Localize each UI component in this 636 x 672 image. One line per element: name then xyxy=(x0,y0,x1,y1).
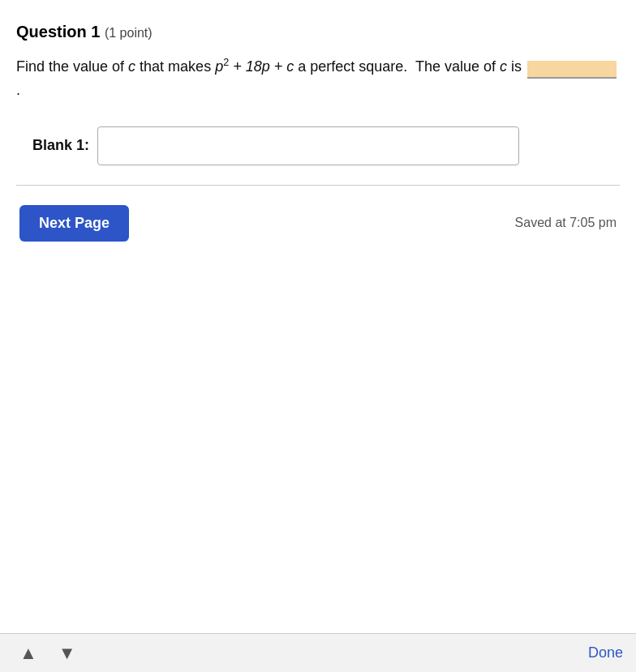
expression-cont: + 18p + c xyxy=(229,58,294,75)
expression: p xyxy=(215,58,223,75)
blank-label: Blank 1: xyxy=(32,137,89,154)
bottom-bar: Next Page Saved at 7:05 pm xyxy=(16,205,620,242)
saved-status: Saved at 7:05 pm xyxy=(515,216,617,230)
footer-bar: ▲ ▼ Done xyxy=(0,633,636,672)
blank-1-input[interactable] xyxy=(97,126,519,165)
question-header: Question 1 (1 point) xyxy=(16,23,620,41)
question-title: Question 1 xyxy=(16,23,100,41)
blank-section: Blank 1: xyxy=(32,126,620,165)
point-label: (1 point) xyxy=(105,26,153,40)
var-c-1: c xyxy=(128,58,135,75)
next-page-button[interactable]: Next Page xyxy=(19,205,129,242)
up-chevron-button[interactable]: ▲ xyxy=(13,640,44,667)
done-link[interactable]: Done xyxy=(588,644,623,661)
var-c-2: c xyxy=(500,58,507,75)
divider xyxy=(16,185,620,186)
down-chevron-button[interactable]: ▼ xyxy=(52,640,83,667)
footer-nav: ▲ ▼ xyxy=(13,640,83,667)
answer-blank xyxy=(527,61,617,79)
body-text-1: Find the value of c that makes p2 + 18p … xyxy=(16,58,618,98)
question-body: Find the value of c that makes p2 + 18p … xyxy=(16,54,620,102)
page-content: Question 1 (1 point) Find the value of c… xyxy=(0,0,636,242)
